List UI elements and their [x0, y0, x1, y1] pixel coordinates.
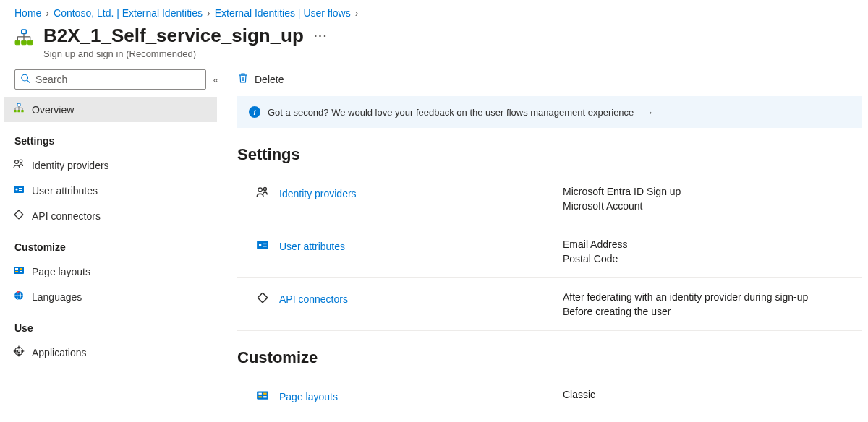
svg-rect-3: [27, 40, 33, 44]
breadcrumb: Home › Contoso, Ltd. | External Identiti…: [0, 0, 868, 23]
settings-row-api: API connectors After federating with an …: [237, 278, 862, 331]
sidebar-item-overview[interactable]: Overview: [4, 97, 217, 122]
svg-line-10: [27, 80, 30, 83]
customize-heading: Customize: [237, 348, 862, 367]
svg-rect-12: [14, 110, 16, 112]
sidebar-item-label: Overview: [32, 104, 74, 116]
svg-rect-43: [263, 244, 267, 244]
breadcrumb-userflows[interactable]: External Identities | User flows: [215, 7, 351, 19]
svg-rect-46: [258, 393, 262, 395]
svg-rect-41: [257, 241, 268, 249]
svg-point-20: [15, 160, 19, 164]
sidebar-group-customize: Customize: [14, 241, 218, 253]
svg-rect-48: [258, 396, 262, 397]
user-flow-icon: [14, 29, 33, 50]
sidebar-group-use: Use: [14, 322, 218, 334]
api-connectors-icon: [256, 291, 269, 306]
search-input[interactable]: [14, 69, 206, 90]
svg-rect-13: [17, 110, 20, 112]
svg-point-42: [259, 244, 262, 246]
sidebar-item-applications[interactable]: Applications: [4, 340, 217, 365]
svg-rect-28: [20, 268, 22, 270]
sidebar-item-label: Languages: [32, 291, 82, 303]
api-connectors-link[interactable]: API connectors: [279, 293, 348, 305]
info-icon: i: [249, 106, 260, 118]
sidebar-item-page-layouts[interactable]: Page layouts: [4, 259, 217, 284]
svg-rect-22: [14, 186, 24, 193]
svg-point-40: [263, 187, 266, 190]
svg-rect-26: [14, 267, 24, 274]
identity-providers-icon: [13, 158, 25, 172]
settings-row-layouts: Page layouts Classic: [237, 376, 862, 417]
svg-rect-29: [15, 271, 18, 272]
delete-button[interactable]: Delete: [237, 72, 284, 86]
attribute-value: Email Address: [563, 238, 627, 250]
svg-rect-45: [257, 391, 268, 399]
breadcrumb-tenant[interactable]: Contoso, Ltd. | External Identities: [54, 7, 203, 19]
main-content: Delete i Got a second? We would love you…: [218, 69, 868, 417]
settings-row-attributes: User attributes Email Address Postal Cod…: [237, 225, 862, 278]
svg-rect-11: [17, 103, 20, 106]
sidebar-item-label: Applications: [32, 347, 87, 358]
svg-point-35: [17, 350, 20, 352]
identity-value: Microsoft Entra ID Sign up: [563, 186, 681, 197]
sidebar-item-label: User attributes: [32, 185, 98, 197]
svg-rect-0: [22, 30, 27, 33]
applications-icon: [13, 345, 25, 359]
svg-rect-47: [263, 393, 267, 395]
user-attributes-link[interactable]: User attributes: [279, 241, 345, 252]
sidebar-item-label: API connectors: [32, 210, 101, 222]
more-actions-button[interactable]: ···: [314, 30, 328, 43]
toolbar: Delete: [237, 69, 862, 96]
sidebar-item-identity-providers[interactable]: Identity providers: [4, 152, 217, 178]
page-layouts-link[interactable]: Page layouts: [279, 391, 338, 402]
page-header: B2X_1_Self_service_sign_up ··· Sign up a…: [0, 23, 868, 69]
api-connectors-icon: [13, 209, 25, 223]
feedback-banner: i Got a second? We would love your feedb…: [237, 96, 862, 128]
sidebar-item-label: Identity providers: [32, 160, 109, 171]
sidebar-group-settings: Settings: [14, 135, 218, 147]
settings-row-identity: Identity providers Microsoft Entra ID Si…: [237, 173, 862, 225]
svg-rect-24: [19, 188, 22, 189]
delete-label: Delete: [255, 74, 284, 85]
page-layouts-icon: [256, 389, 269, 404]
svg-point-39: [258, 188, 262, 191]
overview-icon: [13, 103, 25, 116]
svg-rect-2: [22, 40, 27, 44]
svg-rect-1: [15, 40, 20, 44]
svg-rect-30: [20, 271, 22, 272]
page-title-text: B2X_1_Self_service_sign_up: [43, 25, 304, 47]
settings-heading: Settings: [237, 145, 862, 164]
breadcrumb-home[interactable]: Home: [14, 7, 41, 19]
identity-providers-link[interactable]: Identity providers: [279, 188, 357, 199]
api-value: Before creating the user: [563, 306, 808, 317]
page-subtitle: Sign up and sign in (Recommended): [43, 48, 328, 59]
sidebar-item-user-attributes[interactable]: User attributes: [4, 178, 217, 203]
svg-rect-49: [263, 396, 267, 397]
identity-providers-icon: [256, 186, 269, 201]
page-title: B2X_1_Self_service_sign_up ···: [43, 25, 328, 47]
languages-icon: [13, 290, 25, 303]
chevron-right-icon: ›: [207, 7, 210, 19]
svg-rect-14: [21, 110, 23, 112]
sidebar-item-label: Page layouts: [32, 266, 90, 277]
api-value: After federating with an identity provid…: [563, 291, 808, 303]
search-icon: [20, 74, 30, 86]
svg-point-21: [20, 160, 22, 163]
sidebar-item-languages[interactable]: Languages: [4, 284, 217, 309]
chevron-right-icon: ›: [46, 7, 49, 19]
page-layouts-icon: [13, 264, 25, 278]
svg-point-23: [15, 188, 17, 190]
sidebar: « Overview Settings: [0, 69, 218, 417]
svg-rect-25: [19, 190, 22, 191]
collapse-sidebar-button[interactable]: «: [213, 74, 218, 85]
identity-value: Microsoft Account: [563, 200, 681, 212]
banner-arrow-button[interactable]: →: [644, 107, 653, 118]
sidebar-item-api-connectors[interactable]: API connectors: [4, 203, 217, 228]
svg-rect-44: [263, 246, 267, 246]
chevron-right-icon: ›: [355, 7, 359, 19]
attribute-value: Postal Code: [563, 253, 627, 264]
user-attributes-icon: [13, 184, 25, 197]
user-attributes-icon: [256, 238, 269, 254]
svg-point-9: [22, 74, 28, 81]
